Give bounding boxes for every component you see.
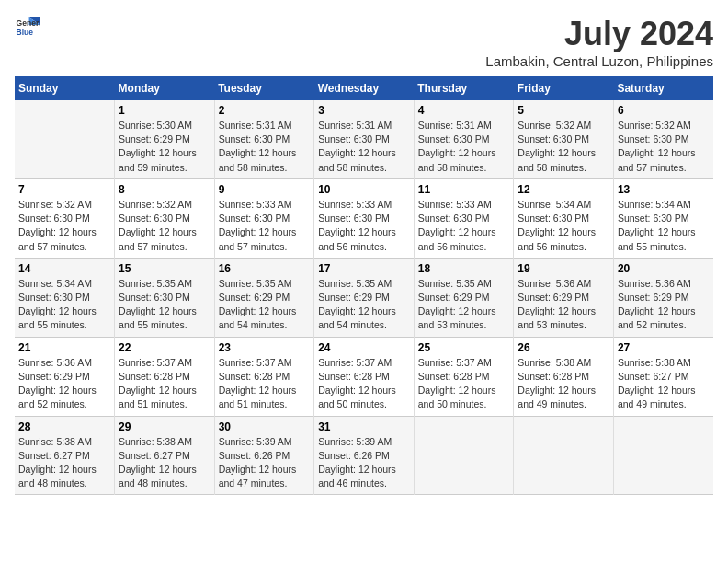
- calendar-cell: 27Sunrise: 5:38 AM Sunset: 6:27 PM Dayli…: [613, 337, 713, 416]
- calendar-cell: 19Sunrise: 5:36 AM Sunset: 6:29 PM Dayli…: [514, 258, 614, 337]
- day-number: 21: [18, 341, 110, 354]
- calendar-week-row: 7Sunrise: 5:32 AM Sunset: 6:30 PM Daylig…: [15, 178, 713, 258]
- page-header: General Blue July 2024 Lambakin, Central…: [15, 15, 713, 69]
- weekday-header: Tuesday: [214, 76, 314, 100]
- cell-content: Sunrise: 5:34 AM Sunset: 6:30 PM Dayligh…: [518, 198, 609, 254]
- cell-content: Sunrise: 5:32 AM Sunset: 6:30 PM Dayligh…: [518, 119, 609, 175]
- calendar-table: SundayMondayTuesdayWednesdayThursdayFrid…: [15, 76, 713, 495]
- day-number: 19: [518, 262, 609, 275]
- cell-content: Sunrise: 5:38 AM Sunset: 6:28 PM Dayligh…: [518, 356, 609, 412]
- day-number: 13: [618, 183, 710, 196]
- day-number: 22: [119, 341, 210, 354]
- calendar-cell: [514, 416, 614, 495]
- day-number: 4: [418, 104, 510, 117]
- calendar-cell: 12Sunrise: 5:34 AM Sunset: 6:30 PM Dayli…: [514, 178, 614, 258]
- cell-content: Sunrise: 5:37 AM Sunset: 6:28 PM Dayligh…: [418, 356, 510, 412]
- cell-content: Sunrise: 5:30 AM Sunset: 6:29 PM Dayligh…: [119, 119, 210, 175]
- calendar-cell: 20Sunrise: 5:36 AM Sunset: 6:29 PM Dayli…: [613, 258, 713, 337]
- day-number: 23: [219, 341, 311, 354]
- weekday-header: Thursday: [414, 76, 514, 100]
- cell-content: Sunrise: 5:32 AM Sunset: 6:30 PM Dayligh…: [119, 198, 210, 254]
- calendar-cell: 4Sunrise: 5:31 AM Sunset: 6:30 PM Daylig…: [414, 100, 514, 178]
- day-number: 28: [18, 420, 110, 433]
- cell-content: Sunrise: 5:33 AM Sunset: 6:30 PM Dayligh…: [418, 198, 510, 254]
- calendar-cell: 10Sunrise: 5:33 AM Sunset: 6:30 PM Dayli…: [314, 178, 415, 258]
- title-section: July 2024 Lambakin, Central Luzon, Phili…: [485, 15, 713, 69]
- cell-content: Sunrise: 5:32 AM Sunset: 6:30 PM Dayligh…: [618, 119, 710, 175]
- day-number: 5: [518, 104, 609, 117]
- calendar-cell: 9Sunrise: 5:33 AM Sunset: 6:30 PM Daylig…: [214, 178, 314, 258]
- calendar-cell: 17Sunrise: 5:35 AM Sunset: 6:29 PM Dayli…: [314, 258, 415, 337]
- calendar-week-row: 21Sunrise: 5:36 AM Sunset: 6:29 PM Dayli…: [15, 337, 713, 416]
- weekday-header: Friday: [514, 76, 614, 100]
- calendar-cell: 11Sunrise: 5:33 AM Sunset: 6:30 PM Dayli…: [414, 178, 514, 258]
- day-number: 1: [119, 104, 210, 117]
- calendar-cell: 16Sunrise: 5:35 AM Sunset: 6:29 PM Dayli…: [214, 258, 314, 337]
- day-number: 12: [518, 183, 609, 196]
- calendar-week-row: 28Sunrise: 5:38 AM Sunset: 6:27 PM Dayli…: [15, 416, 713, 495]
- calendar-cell: 13Sunrise: 5:34 AM Sunset: 6:30 PM Dayli…: [613, 178, 713, 258]
- page-subtitle: Lambakin, Central Luzon, Philippines: [485, 53, 713, 69]
- cell-content: Sunrise: 5:31 AM Sunset: 6:30 PM Dayligh…: [318, 119, 410, 175]
- cell-content: Sunrise: 5:39 AM Sunset: 6:26 PM Dayligh…: [318, 435, 410, 491]
- calendar-cell: [15, 100, 115, 178]
- calendar-cell: 30Sunrise: 5:39 AM Sunset: 6:26 PM Dayli…: [214, 416, 314, 495]
- calendar-cell: 28Sunrise: 5:38 AM Sunset: 6:27 PM Dayli…: [15, 416, 115, 495]
- weekday-header: Monday: [115, 76, 215, 100]
- calendar-cell: [414, 416, 514, 495]
- day-number: 3: [318, 104, 410, 117]
- calendar-cell: 7Sunrise: 5:32 AM Sunset: 6:30 PM Daylig…: [15, 178, 115, 258]
- cell-content: Sunrise: 5:34 AM Sunset: 6:30 PM Dayligh…: [618, 198, 710, 254]
- calendar-cell: 6Sunrise: 5:32 AM Sunset: 6:30 PM Daylig…: [613, 100, 713, 178]
- weekday-header: Saturday: [613, 76, 713, 100]
- calendar-cell: 26Sunrise: 5:38 AM Sunset: 6:28 PM Dayli…: [514, 337, 614, 416]
- calendar-week-row: 1Sunrise: 5:30 AM Sunset: 6:29 PM Daylig…: [15, 100, 713, 178]
- svg-text:Blue: Blue: [17, 28, 34, 37]
- cell-content: Sunrise: 5:35 AM Sunset: 6:30 PM Dayligh…: [119, 277, 210, 333]
- cell-content: Sunrise: 5:35 AM Sunset: 6:29 PM Dayligh…: [318, 277, 410, 333]
- calendar-cell: 8Sunrise: 5:32 AM Sunset: 6:30 PM Daylig…: [115, 178, 215, 258]
- cell-content: Sunrise: 5:34 AM Sunset: 6:30 PM Dayligh…: [18, 277, 110, 333]
- day-number: 15: [119, 262, 210, 275]
- cell-content: Sunrise: 5:35 AM Sunset: 6:29 PM Dayligh…: [219, 277, 311, 333]
- day-number: 16: [219, 262, 311, 275]
- cell-content: Sunrise: 5:36 AM Sunset: 6:29 PM Dayligh…: [18, 356, 110, 412]
- calendar-cell: 21Sunrise: 5:36 AM Sunset: 6:29 PM Dayli…: [15, 337, 115, 416]
- page-title: July 2024: [485, 15, 713, 53]
- cell-content: Sunrise: 5:31 AM Sunset: 6:30 PM Dayligh…: [418, 119, 510, 175]
- svg-text:General: General: [17, 18, 40, 28]
- weekday-header-row: SundayMondayTuesdayWednesdayThursdayFrid…: [15, 76, 713, 100]
- day-number: 18: [418, 262, 510, 275]
- logo: General Blue: [15, 15, 40, 40]
- day-number: 26: [518, 341, 609, 354]
- calendar-cell: 1Sunrise: 5:30 AM Sunset: 6:29 PM Daylig…: [115, 100, 215, 178]
- calendar-cell: 2Sunrise: 5:31 AM Sunset: 6:30 PM Daylig…: [214, 100, 314, 178]
- cell-content: Sunrise: 5:32 AM Sunset: 6:30 PM Dayligh…: [18, 198, 110, 254]
- cell-content: Sunrise: 5:35 AM Sunset: 6:29 PM Dayligh…: [418, 277, 510, 333]
- cell-content: Sunrise: 5:37 AM Sunset: 6:28 PM Dayligh…: [219, 356, 311, 412]
- day-number: 7: [18, 183, 110, 196]
- weekday-header: Sunday: [15, 76, 115, 100]
- day-number: 2: [219, 104, 311, 117]
- day-number: 10: [318, 183, 410, 196]
- calendar-cell: 3Sunrise: 5:31 AM Sunset: 6:30 PM Daylig…: [314, 100, 415, 178]
- calendar-cell: 31Sunrise: 5:39 AM Sunset: 6:26 PM Dayli…: [314, 416, 415, 495]
- calendar-cell: 29Sunrise: 5:38 AM Sunset: 6:27 PM Dayli…: [115, 416, 215, 495]
- day-number: 8: [119, 183, 210, 196]
- calendar-cell: 24Sunrise: 5:37 AM Sunset: 6:28 PM Dayli…: [314, 337, 415, 416]
- day-number: 31: [318, 420, 410, 433]
- day-number: 25: [418, 341, 510, 354]
- calendar-cell: 25Sunrise: 5:37 AM Sunset: 6:28 PM Dayli…: [414, 337, 514, 416]
- calendar-cell: 15Sunrise: 5:35 AM Sunset: 6:30 PM Dayli…: [115, 258, 215, 337]
- calendar-cell: 14Sunrise: 5:34 AM Sunset: 6:30 PM Dayli…: [15, 258, 115, 337]
- day-number: 27: [618, 341, 710, 354]
- cell-content: Sunrise: 5:39 AM Sunset: 6:26 PM Dayligh…: [219, 435, 311, 491]
- cell-content: Sunrise: 5:33 AM Sunset: 6:30 PM Dayligh…: [318, 198, 410, 254]
- cell-content: Sunrise: 5:37 AM Sunset: 6:28 PM Dayligh…: [119, 356, 210, 412]
- cell-content: Sunrise: 5:33 AM Sunset: 6:30 PM Dayligh…: [219, 198, 311, 254]
- day-number: 9: [219, 183, 311, 196]
- calendar-cell: [613, 416, 713, 495]
- logo-icon: General Blue: [15, 15, 40, 40]
- calendar-cell: 23Sunrise: 5:37 AM Sunset: 6:28 PM Dayli…: [214, 337, 314, 416]
- calendar-cell: 22Sunrise: 5:37 AM Sunset: 6:28 PM Dayli…: [115, 337, 215, 416]
